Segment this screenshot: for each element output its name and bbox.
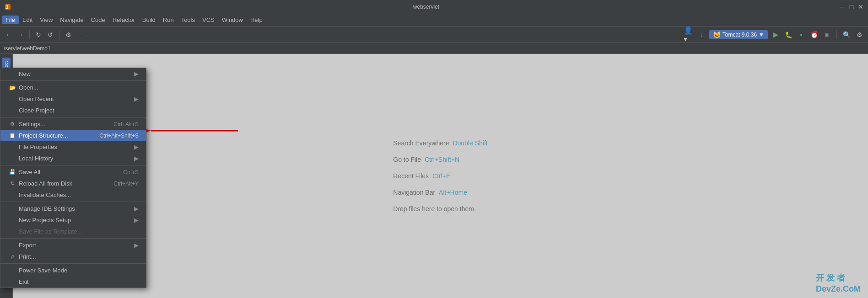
- run-config-label: Tomcat 9.0.36: [722, 32, 757, 38]
- export-arrow: ▶: [134, 242, 139, 249]
- project-structure-label: Project Structure...: [19, 132, 92, 139]
- project-structure-shortcut: Ctrl+Alt+Shift+S: [99, 133, 139, 139]
- menu-item-close-project[interactable]: Close Project: [0, 105, 146, 116]
- menu-item-new-projects[interactable]: New Projects Setup ▶: [0, 214, 146, 226]
- menu-item-file-properties[interactable]: File Properties ▶: [0, 141, 146, 153]
- hint-search-key: Double Shift: [453, 139, 487, 147]
- close-button[interactable]: ✕: [857, 3, 864, 11]
- menu-item-save-template: Save File as Template...: [0, 226, 146, 237]
- reload-icon: ↻: [8, 181, 17, 186]
- menu-bar: File Edit View Navigate Code Refactor Bu…: [0, 14, 868, 27]
- coverage-button[interactable]: ▪: [796, 30, 806, 40]
- new-projects-label: New Projects Setup: [19, 217, 130, 224]
- minimize-tool[interactable]: −: [75, 30, 85, 40]
- menu-item-exit[interactable]: Exit: [0, 276, 146, 287]
- forward-btn[interactable]: →: [16, 30, 26, 40]
- menu-vcs[interactable]: VCS: [199, 16, 218, 24]
- menu-view[interactable]: View: [36, 16, 56, 24]
- new-projects-arrow: ▶: [134, 217, 139, 224]
- app-logo: J: [4, 3, 12, 11]
- export-label: Export: [19, 242, 130, 249]
- undo-btn[interactable]: ↻: [33, 30, 43, 40]
- save-all-label: Save All: [19, 169, 116, 176]
- run-config-arrow: ▼: [759, 32, 764, 38]
- run-button[interactable]: ▶: [771, 30, 781, 40]
- power-save-label: Power Save Mode: [19, 267, 139, 274]
- reload-shortcut: Ctrl+Alt+Y: [113, 181, 139, 187]
- hint-goto-key: Ctrl+Shift+N: [425, 156, 459, 163]
- file-properties-arrow: ▶: [134, 144, 139, 150]
- run-config-dropdown[interactable]: 🐱 Tomcat 9.0.36 ▼: [709, 30, 768, 39]
- toolbar-right: 👤▾ ↓ 🐱 Tomcat 9.0.36 ▼ ▶ 🐛 ▪ ⏰ ■ 🔍 ⚙: [684, 30, 864, 40]
- menu-item-print[interactable]: 🖨 Print...: [0, 251, 146, 262]
- menu-item-invalidate[interactable]: Invalidate Caches...: [0, 189, 146, 201]
- watermark-line1: 开 发 者: [816, 273, 861, 283]
- menu-item-settings[interactable]: ⚙ Settings... Ctrl+Alt+S: [0, 118, 146, 130]
- exit-label: Exit: [19, 278, 139, 285]
- manage-ide-arrow: ▶: [134, 205, 139, 212]
- separator-3: [0, 165, 146, 165]
- editor-hints: Search Everywhere Double Shift Go to Fil…: [393, 139, 487, 213]
- menu-run[interactable]: Run: [159, 16, 178, 24]
- hint-drop: Drop files here to open them: [393, 205, 487, 213]
- hint-search: Search Everywhere Double Shift: [393, 139, 487, 147]
- menu-navigate[interactable]: Navigate: [56, 16, 87, 24]
- reload-label: Reload All from Disk: [19, 180, 106, 187]
- open-icon: 📂: [8, 85, 17, 91]
- menu-refactor[interactable]: Refactor: [109, 16, 139, 24]
- hint-nav-key: Alt+Home: [439, 189, 467, 196]
- menu-code[interactable]: Code: [87, 16, 109, 24]
- toolbar: ← → ↻ ↺ ⚙ − 👤▾ ↓ 🐱 Tomcat 9.0.36 ▼ ▶ 🐛 ▪…: [0, 27, 868, 43]
- breadcrumb-path: \servlet\webDemo1: [4, 45, 51, 52]
- toolbar-sep-3: [836, 30, 837, 39]
- save-all-shortcut: Ctrl+S: [123, 169, 139, 176]
- run-config-icon: 🐱: [713, 31, 721, 38]
- user-avatar[interactable]: 👤▾: [684, 30, 694, 40]
- open-recent-arrow: ▶: [134, 96, 139, 102]
- new-label: New: [19, 70, 130, 77]
- hint-nav-text: Navigation Bar: [393, 189, 435, 196]
- maximize-button[interactable]: □: [848, 3, 855, 11]
- menu-help[interactable]: Help: [247, 16, 266, 24]
- search-everywhere-btn[interactable]: 🔍: [841, 30, 852, 40]
- minimize-button[interactable]: ─: [839, 3, 846, 11]
- menu-item-reload[interactable]: ↻ Reload All from Disk Ctrl+Alt+Y: [0, 178, 146, 189]
- hint-recent-files: Recent Files Ctrl+E: [393, 172, 487, 180]
- menu-item-new[interactable]: New ▶: [0, 68, 146, 80]
- menu-item-export[interactable]: Export ▶: [0, 239, 146, 251]
- separator-6: [0, 263, 146, 264]
- title-bar: J webservlet ─ □ ✕: [0, 0, 868, 14]
- update-btn[interactable]: ↓: [696, 30, 706, 40]
- menu-item-power-save[interactable]: Power Save Mode: [0, 265, 146, 276]
- menu-file[interactable]: File: [2, 16, 19, 24]
- file-dropdown-menu: New ▶ 📂 Open... Open Recent ▶ Close Proj…: [0, 68, 146, 288]
- menu-edit[interactable]: Edit: [19, 16, 36, 24]
- hint-nav-bar: Navigation Bar Alt+Home: [393, 189, 487, 196]
- settings-label: Settings...: [19, 121, 106, 128]
- menu-window[interactable]: Window: [218, 16, 247, 24]
- separator-1: [0, 80, 146, 81]
- menu-item-local-history[interactable]: Local History ▶: [0, 153, 146, 164]
- hint-goto-text: Go to File: [393, 156, 421, 163]
- back-btn[interactable]: ←: [4, 30, 14, 40]
- menu-build[interactable]: Build: [139, 16, 159, 24]
- profile-button[interactable]: ⏰: [809, 30, 819, 40]
- menu-item-open-recent[interactable]: Open Recent ▶: [0, 93, 146, 105]
- menu-item-manage-ide[interactable]: Manage IDE Settings ▶: [0, 203, 146, 214]
- watermark-line2: DevZe.CoM: [816, 284, 861, 294]
- settings-btn[interactable]: ⚙: [854, 30, 864, 40]
- stop-button[interactable]: ■: [822, 30, 832, 40]
- manage-ide-label: Manage IDE Settings: [19, 205, 130, 212]
- debug-button[interactable]: 🐛: [783, 30, 793, 40]
- hint-drop-text: Drop files here to open them: [393, 205, 474, 213]
- menu-item-save-all[interactable]: 💾 Save All Ctrl+S: [0, 166, 146, 178]
- menu-tools[interactable]: Tools: [178, 16, 199, 24]
- breadcrumb-bar: \servlet\webDemo1: [0, 43, 868, 54]
- new-arrow: ▶: [134, 70, 139, 77]
- menu-item-project-structure[interactable]: 📋 Project Structure... Ctrl+Alt+Shift+S: [0, 130, 146, 141]
- redo-btn[interactable]: ↺: [45, 30, 55, 40]
- file-properties-label: File Properties: [19, 144, 130, 150]
- menu-item-open[interactable]: 📂 Open...: [0, 82, 146, 93]
- settings-gear[interactable]: ⚙: [63, 30, 73, 40]
- save-all-icon: 💾: [8, 169, 17, 175]
